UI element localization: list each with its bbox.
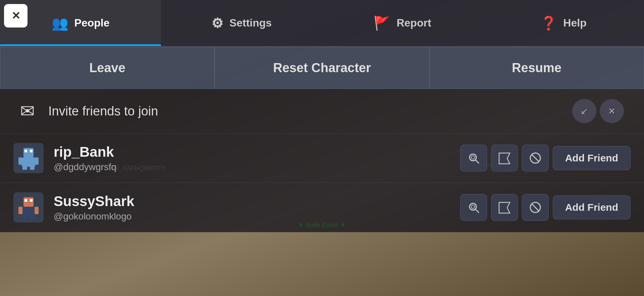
svg-line-9 <box>475 160 479 163</box>
svg-rect-3 <box>35 157 39 165</box>
player-actions-rip-bank: Add Friend <box>460 145 631 171</box>
block-rip-bank-button[interactable] <box>522 145 549 171</box>
invite-friends-section[interactable]: ✉ Invite friends to join ↙ ✕ <box>0 89 644 134</box>
player-handle-rip-bank: @dgddywgrsfq <box>54 162 450 172</box>
nav-label-people: People <box>74 17 110 29</box>
svg-point-24 <box>471 205 475 208</box>
inspect-rip-bank-button[interactable] <box>460 145 487 171</box>
player-actions-sussy-shark: Add Friend <box>460 194 631 221</box>
nav-label-help: Help <box>563 17 586 29</box>
player-handle-sussy-shark: @gokolonomklogo <box>54 211 450 222</box>
player-item-sussy-shark: SussyShark @gokolonomklogo <box>0 183 644 232</box>
svg-rect-6 <box>24 150 27 152</box>
invite-text: Invite friends to join <box>48 104 158 118</box>
close-button[interactable]: ✕ <box>4 4 28 28</box>
arrow-close-btn[interactable]: ✕ <box>600 99 624 123</box>
nav-bar: 👥 People ⚙ Settings 🚩 Report ❓ Help <box>0 0 644 47</box>
overlay-panel: ✕ 👥 People ⚙ Settings 🚩 Report ❓ Help Le… <box>0 0 644 232</box>
nav-item-settings[interactable]: ⚙ Settings <box>161 0 322 46</box>
report-rip-bank-button[interactable] <box>491 145 518 171</box>
svg-rect-21 <box>30 199 33 202</box>
svg-rect-16 <box>18 207 22 214</box>
player-info-sussy-shark: SussyShark @gokolonomklogo <box>54 193 450 222</box>
player-info-rip-bank: rip_Bank @dgddywgrsfq <box>54 144 450 172</box>
leave-button[interactable]: Leave <box>0 47 215 89</box>
nav-label-settings: Settings <box>229 17 272 29</box>
svg-line-23 <box>475 209 479 212</box>
player-name-rip-bank: rip_Bank <box>54 144 450 160</box>
invite-arrows: ↙ ✕ <box>572 99 624 123</box>
svg-rect-1 <box>22 157 35 167</box>
report-flag-icon: 🚩 <box>374 16 390 30</box>
inspect-sussy-shark-button[interactable] <box>460 194 487 221</box>
svg-rect-15 <box>22 207 35 216</box>
nav-item-help[interactable]: ❓ Help <box>483 0 644 46</box>
resume-button[interactable]: Resume <box>429 47 644 89</box>
settings-icon: ⚙ <box>211 16 223 30</box>
svg-rect-0 <box>23 148 34 157</box>
player-item-rip-bank: rip_Bank @dgddywgrsfq <box>0 134 644 183</box>
svg-rect-14 <box>23 197 34 207</box>
nav-label-report: Report <box>396 17 431 29</box>
svg-rect-18 <box>22 216 27 219</box>
player-name-sussy-shark: SussyShark <box>54 193 450 210</box>
svg-marker-11 <box>499 153 510 164</box>
content-area: ✉ Invite friends to join ↙ ✕ <box>0 89 644 232</box>
block-sussy-shark-button[interactable] <box>522 194 549 221</box>
arrow-back-btn[interactable]: ↙ <box>572 99 596 123</box>
player-avatar-sussy-shark <box>13 192 44 223</box>
svg-rect-17 <box>35 207 39 214</box>
help-icon: ❓ <box>540 16 557 30</box>
svg-marker-25 <box>499 202 510 213</box>
svg-rect-5 <box>30 167 35 170</box>
action-row: Leave Reset Character Resume <box>0 47 644 89</box>
nav-item-report[interactable]: 🚩 Report <box>322 0 483 46</box>
report-sussy-shark-button[interactable] <box>491 194 518 221</box>
svg-rect-19 <box>30 216 35 219</box>
reset-character-button[interactable]: Reset Character <box>215 47 429 89</box>
svg-line-13 <box>532 154 539 162</box>
add-friend-sussy-shark-button[interactable]: Add Friend <box>553 195 631 219</box>
people-icon: 👥 <box>52 16 68 30</box>
svg-line-27 <box>532 204 539 211</box>
svg-rect-4 <box>22 167 27 170</box>
svg-rect-7 <box>30 150 33 152</box>
svg-point-10 <box>471 156 475 159</box>
add-friend-rip-bank-button[interactable]: Add Friend <box>553 146 631 170</box>
svg-rect-20 <box>24 199 27 202</box>
player-avatar-rip-bank <box>13 143 44 173</box>
mail-icon: ✉ <box>20 101 35 121</box>
svg-rect-2 <box>18 157 22 165</box>
